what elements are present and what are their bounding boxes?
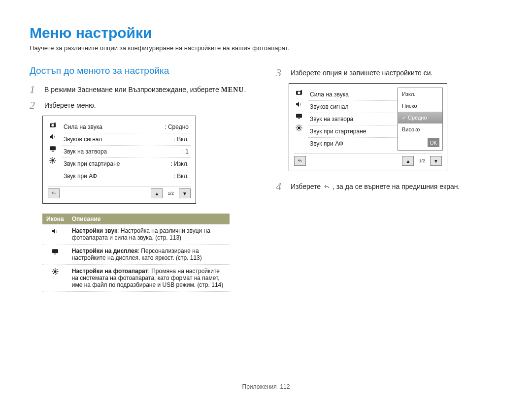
down-button[interactable]: ▼ [430, 156, 442, 166]
menu-row-label: Звук на затвора [310, 116, 353, 123]
menu-row-value: : Изкл. [170, 160, 189, 167]
svg-line-35 [297, 125, 298, 126]
table-icon-cell [42, 265, 68, 292]
volume-options-popup: Изкл.НискоСредноВисокоOK [398, 88, 443, 151]
table-icon-cell [42, 224, 68, 245]
step-1-text-a: В режими Заснемане или Възпроизвеждане, … [44, 86, 221, 93]
sound-icon [49, 133, 57, 141]
svg-rect-29 [298, 119, 300, 119]
svg-rect-4 [52, 151, 54, 152]
step-number: 4 [276, 181, 287, 192]
svg-line-36 [300, 129, 301, 130]
step-1: 1 В режими Заснемане или Възпроизвеждане… [30, 84, 256, 95]
table-row: Настройки звук: Настройка на различни зв… [42, 224, 230, 245]
display-icon [49, 145, 57, 153]
menu-row-value: : Вкл. [174, 136, 189, 143]
page-indicator: 1/2 [167, 191, 174, 196]
svg-point-26 [298, 92, 300, 94]
menu-row[interactable]: Звук при стартиране: Изкл. [62, 158, 191, 170]
back-button[interactable] [48, 188, 60, 198]
footer-label: Приложения [242, 383, 277, 390]
page-footer: Приложения 112 [0, 383, 532, 390]
back-button[interactable] [294, 156, 306, 166]
volume-option[interactable]: Средно [398, 112, 442, 123]
step-4: 4 Изберете , за да се върнете на предишн… [276, 181, 502, 192]
step-4-text-b: , за да се върнете на предишния екран. [332, 183, 460, 190]
menu-row-label: Звук при стартиране [310, 128, 366, 135]
menu-row[interactable]: Звук при АФ: Вкл. [62, 170, 191, 182]
footer-page: 112 [280, 383, 290, 390]
menu-row-label: Звук при стартиране [64, 160, 120, 167]
up-button[interactable]: ▲ [151, 188, 163, 198]
camera-menu-preview-options: Сила на звукаЗвуков сигналЗвук на затвор… [289, 83, 447, 171]
menu-row-label: Сила на звука [64, 123, 102, 130]
menu-row-label: Звук при АФ [64, 173, 97, 180]
display-icon [51, 247, 59, 255]
svg-line-22 [57, 273, 58, 274]
svg-point-27 [300, 90, 302, 92]
volume-option[interactable]: Ниско [398, 100, 442, 112]
step-number: 2 [30, 100, 40, 111]
camera-icon [49, 121, 57, 129]
left-column: Достъп до менюто за настройка 1 В режими… [30, 65, 256, 292]
svg-point-30 [298, 126, 300, 129]
table-row: Настройки на дисплея: Персонализиране на… [42, 245, 230, 265]
section-subtitle: Достъп до менюто за настройка [30, 65, 256, 76]
svg-line-11 [54, 162, 55, 163]
menu-row-value: : 1 [182, 148, 189, 155]
menu-row[interactable]: Сила на звука: Средно [62, 121, 191, 133]
menu-row-label: Звук при АФ [310, 140, 343, 147]
step-3: 3 Изберете опция и запишете настройките … [276, 67, 502, 78]
table-row: Настройки на фотоапарат: Промяна на наст… [42, 265, 230, 292]
back-icon [297, 158, 303, 163]
svg-rect-28 [296, 114, 302, 118]
svg-line-21 [53, 269, 54, 270]
table-icon-cell [42, 245, 68, 265]
svg-rect-15 [54, 254, 56, 254]
sound-icon [295, 100, 303, 108]
step-number: 3 [276, 67, 287, 78]
svg-line-37 [297, 129, 298, 130]
menu-row-label: Сила на звука [310, 91, 349, 98]
step-2-text: Изберете меню. [44, 100, 256, 111]
up-button[interactable]: ▲ [402, 156, 414, 166]
page-indicator: 1/2 [419, 158, 425, 163]
volume-option[interactable]: Високо [398, 123, 442, 135]
camera-menu-preview: Сила на звука: СредноЗвуков сигнал: Вкл.… [42, 116, 196, 204]
down-button[interactable]: ▼ [179, 188, 191, 198]
table-header-description: Описание [68, 214, 230, 224]
menu-row[interactable]: Звук на затвора: 1 [62, 146, 191, 158]
gear-icon [295, 124, 303, 132]
svg-line-23 [53, 273, 54, 274]
table-desc-cell: Настройки на фотоапарат: Промяна на наст… [68, 265, 230, 292]
table-desc-cell: Настройки звук: Настройка на различни зв… [68, 224, 230, 245]
back-icon [51, 191, 57, 196]
svg-line-12 [50, 162, 51, 163]
right-column: 3 Изберете опция и запишете настройките … [276, 65, 502, 292]
ok-button[interactable]: OK [428, 138, 439, 147]
menu-row-label: Звуков сигнал [310, 103, 349, 110]
back-icon [323, 184, 331, 190]
svg-line-10 [50, 158, 51, 159]
table-desc-cell: Настройки на дисплея: Персонализиране на… [68, 245, 230, 265]
svg-line-24 [57, 269, 58, 270]
svg-rect-3 [50, 146, 56, 150]
menu-row-label: Звук на затвора [64, 148, 107, 155]
gear-icon [49, 156, 57, 164]
step-3-text: Изберете опция и запишете настройките си… [291, 67, 502, 78]
icon-description-table: Икона Описание Настройки звук: Настройка… [42, 214, 230, 292]
step-number: 1 [30, 84, 40, 95]
step-4-text-a: Изберете [291, 183, 323, 190]
intro-text: Научете за различните опции за конфигури… [30, 44, 502, 52]
svg-rect-14 [52, 249, 58, 253]
gear-icon [51, 268, 59, 276]
table-header-icon: Икона [42, 214, 68, 224]
table-desc-title: Настройки на фотоапарат [72, 268, 148, 275]
step-1-text-c: . [244, 86, 246, 93]
menu-row[interactable]: Звуков сигнал: Вкл. [62, 133, 191, 146]
menu-row-label: Звуков сигнал [64, 136, 102, 143]
svg-point-5 [51, 159, 54, 161]
volume-option[interactable]: Изкл. [398, 88, 442, 100]
svg-point-1 [51, 124, 54, 126]
svg-point-2 [54, 123, 56, 124]
